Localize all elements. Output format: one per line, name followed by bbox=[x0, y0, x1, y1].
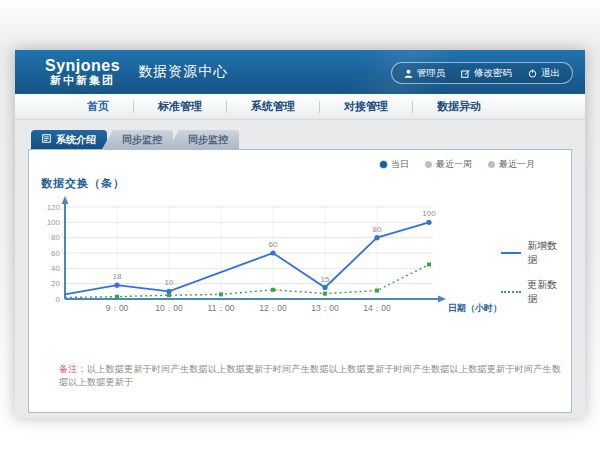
svg-text:120: 120 bbox=[47, 203, 61, 212]
svg-text:100: 100 bbox=[422, 209, 436, 218]
svg-text:14：00: 14：00 bbox=[363, 303, 391, 313]
svg-text:15: 15 bbox=[321, 275, 330, 284]
user-account-button[interactable]: 管理员 bbox=[404, 67, 446, 80]
svg-text:100: 100 bbox=[47, 218, 61, 227]
svg-text:10：00: 10：00 bbox=[155, 303, 183, 313]
footnote: 备注：以上数据更新于时间产生数据以上数据更新于时间产生数据以上数据更新于时间产生… bbox=[59, 363, 563, 389]
svg-text:60: 60 bbox=[269, 240, 278, 249]
tab-label: 同步监控 bbox=[188, 130, 228, 149]
header-bar: Synjones 新中新集团 数据资源中心 管理员 修改密码 退出 bbox=[15, 50, 585, 94]
radio-today[interactable]: 当日 bbox=[380, 158, 409, 171]
legend-label: 更新数据 bbox=[527, 278, 563, 306]
nav-item-home[interactable]: 首页 bbox=[63, 94, 133, 119]
svg-text:20: 20 bbox=[51, 279, 60, 288]
svg-text:0: 0 bbox=[56, 295, 61, 304]
line-chart: 0204060801001209：0010：0011：0012：0013：001… bbox=[45, 193, 501, 325]
footnote-label: 备注： bbox=[59, 364, 87, 374]
svg-text:18: 18 bbox=[113, 272, 122, 281]
svg-text:60: 60 bbox=[51, 249, 60, 258]
svg-text:10: 10 bbox=[165, 278, 174, 287]
radio-icon bbox=[425, 161, 432, 168]
radio-last-week[interactable]: 最近一周 bbox=[425, 158, 472, 171]
svg-text:日期（小时）: 日期（小时） bbox=[448, 303, 501, 313]
nav-item-system-mgmt[interactable]: 系统管理 bbox=[227, 94, 319, 119]
chart-area: 0204060801001209：0010：0011：0012：0013：001… bbox=[45, 193, 563, 325]
logo-secondary: 新中新集团 bbox=[45, 75, 120, 87]
svg-text:9：00: 9：00 bbox=[106, 303, 129, 313]
legend-line-sample bbox=[501, 252, 521, 254]
change-password-label: 修改密码 bbox=[474, 67, 512, 80]
change-password-button[interactable]: 修改密码 bbox=[461, 67, 512, 80]
nav-item-data-change[interactable]: 数据异动 bbox=[413, 94, 505, 119]
radio-label: 最近一周 bbox=[436, 158, 472, 171]
time-range-selector: 当日 最近一周 最近一月 bbox=[380, 158, 535, 171]
svg-text:12：00: 12：00 bbox=[259, 303, 287, 313]
radio-icon bbox=[488, 161, 495, 168]
main-nav: 首页 标准管理 系统管理 对接管理 数据异动 bbox=[15, 94, 585, 120]
svg-text:40: 40 bbox=[51, 264, 60, 273]
legend-label: 新增数据 bbox=[527, 239, 563, 267]
tab-bar: 系统介绍 同步监控 同步监控 bbox=[31, 130, 572, 149]
username: 管理员 bbox=[417, 67, 446, 80]
app-window: Synjones 新中新集团 数据资源中心 管理员 修改密码 退出 bbox=[15, 50, 585, 418]
logout-label: 退出 bbox=[541, 67, 560, 80]
nav-item-standard-mgmt[interactable]: 标准管理 bbox=[134, 94, 226, 119]
chart-y-axis-title: 数据交换（条） bbox=[41, 176, 563, 191]
user-menu: 管理员 修改密码 退出 bbox=[391, 62, 574, 84]
svg-text:11：00: 11：00 bbox=[208, 303, 235, 313]
tab-sync-monitor-1[interactable]: 同步监控 bbox=[102, 130, 173, 149]
user-icon bbox=[404, 69, 413, 78]
chart-legend: 新增数据 更新数据 bbox=[501, 239, 563, 325]
radio-icon bbox=[380, 161, 387, 168]
tab-sync-monitor-2[interactable]: 同步监控 bbox=[168, 130, 239, 149]
chart-panel: 当日 最近一周 最近一月 数据交换（条） 0204060801001209：00… bbox=[28, 149, 572, 413]
svg-text:80: 80 bbox=[51, 233, 60, 242]
power-icon bbox=[528, 69, 537, 78]
radio-label: 最近一月 bbox=[499, 158, 535, 171]
svg-text:13：00: 13：00 bbox=[311, 303, 339, 313]
legend-item-new-data: 新增数据 bbox=[501, 239, 563, 267]
legend-line-sample bbox=[501, 291, 521, 293]
legend-item-update-data: 更新数据 bbox=[501, 278, 563, 306]
edit-icon bbox=[461, 69, 470, 78]
document-icon bbox=[42, 130, 51, 149]
app-title: 数据资源中心 bbox=[138, 63, 228, 81]
company-logo: Synjones 新中新集团 bbox=[45, 58, 120, 86]
tab-label: 系统介绍 bbox=[56, 130, 96, 149]
footnote-text: 以上数据更新于时间产生数据以上数据更新于时间产生数据以上数据更新于时间产生数据以… bbox=[59, 364, 561, 387]
svg-text:80: 80 bbox=[373, 225, 382, 234]
radio-label: 当日 bbox=[391, 158, 409, 171]
nav-item-interface-mgmt[interactable]: 对接管理 bbox=[320, 94, 412, 119]
tab-label: 同步监控 bbox=[122, 130, 162, 149]
logout-button[interactable]: 退出 bbox=[528, 67, 560, 80]
logo-primary: Synjones bbox=[45, 58, 120, 75]
tab-system-intro[interactable]: 系统介绍 bbox=[31, 130, 107, 149]
content-area: 系统介绍 同步监控 同步监控 当日 最近一周 bbox=[15, 120, 585, 413]
radio-last-month[interactable]: 最近一月 bbox=[488, 158, 535, 171]
